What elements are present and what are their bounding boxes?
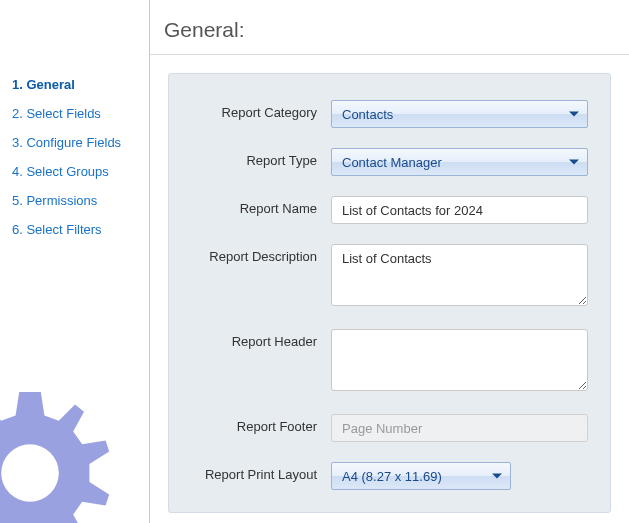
gear-icon: [0, 383, 120, 523]
step-general[interactable]: 1. General: [12, 70, 140, 99]
report-category-select[interactable]: Contacts: [331, 100, 588, 128]
report-type-label: Report Type: [191, 148, 331, 168]
report-header-label: Report Header: [191, 329, 331, 349]
report-print-layout-label: Report Print Layout: [191, 462, 331, 482]
general-form-panel: Report Category Contacts Report Type Con…: [168, 73, 611, 513]
step-permissions[interactable]: 5. Permissions: [12, 186, 140, 215]
report-description-label: Report Description: [191, 244, 331, 264]
report-type-select[interactable]: Contact Manager: [331, 148, 588, 176]
report-footer-input: Page Number: [331, 414, 588, 442]
chevron-down-icon: [569, 112, 579, 117]
main-content: General: Report Category Contacts Report…: [150, 0, 629, 523]
chevron-down-icon: [492, 474, 502, 479]
report-print-layout-select[interactable]: A4 (8.27 x 11.69): [331, 462, 511, 490]
report-description-textarea[interactable]: [331, 244, 588, 306]
step-select-fields[interactable]: 2. Select Fields: [12, 99, 140, 128]
page-title: General:: [150, 0, 629, 55]
wizard-steps-sidebar: 1. General 2. Select Fields 3. Configure…: [0, 0, 150, 523]
step-select-filters[interactable]: 6. Select Filters: [12, 215, 140, 244]
step-select-groups[interactable]: 4. Select Groups: [12, 157, 140, 186]
report-header-textarea[interactable]: [331, 329, 588, 391]
report-name-label: Report Name: [191, 196, 331, 216]
report-name-input[interactable]: [331, 196, 588, 224]
report-footer-label: Report Footer: [191, 414, 331, 434]
step-configure-fields[interactable]: 3. Configure Fields: [12, 128, 140, 157]
chevron-down-icon: [569, 160, 579, 165]
report-category-label: Report Category: [191, 100, 331, 120]
sidebar-divider: [149, 0, 150, 523]
svg-point-0: [1, 444, 59, 502]
